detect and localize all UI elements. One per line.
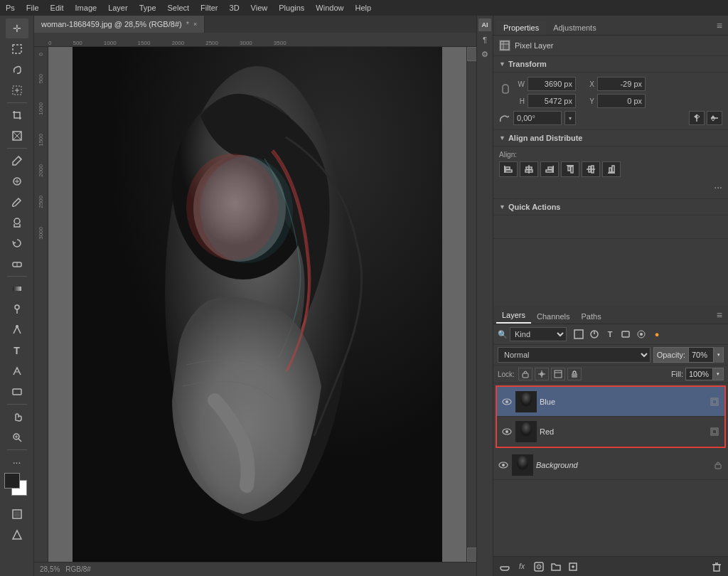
menu-layer[interactable]: Layer [108, 4, 128, 12]
scroll-down-button[interactable] [467, 548, 476, 562]
y-input[interactable] [597, 94, 646, 108]
ai-tool-2[interactable]: ⚙ [479, 48, 491, 60]
pen-tool-button[interactable] [6, 320, 28, 340]
eyedropper-tool-button[interactable] [6, 151, 28, 171]
filter-pixel-button[interactable] [572, 327, 586, 341]
frame-tool-button[interactable] [6, 126, 28, 146]
align-center-v-button[interactable] [582, 161, 600, 177]
link-proportions-icon[interactable] [499, 82, 512, 103]
menu-image[interactable]: Image [75, 4, 97, 12]
foreground-color[interactable] [4, 473, 20, 489]
ai-button[interactable]: AI [478, 18, 491, 31]
screen-mode-button[interactable] [6, 504, 28, 524]
document-tab[interactable]: woman-1868459.jpg @ 28,5% (RGB/8#) * × [34, 16, 205, 33]
canvas-viewport[interactable] [48, 47, 466, 562]
path-select-button[interactable] [6, 361, 28, 381]
layer-visibility-red[interactable] [501, 426, 513, 437]
fill-dropdown-button[interactable]: ▾ [713, 368, 723, 380]
filter-adjustment-button[interactable] [587, 327, 601, 341]
ai-tool-1[interactable]: ¶ [479, 34, 491, 46]
more-tools-button[interactable]: ··· [6, 452, 28, 472]
hand-tool-button[interactable] [6, 407, 28, 427]
menu-view[interactable]: View [251, 4, 268, 12]
height-input[interactable] [528, 94, 576, 108]
align-top-button[interactable] [561, 161, 579, 177]
lock-artboard-button[interactable] [551, 368, 565, 380]
flip-vertical-button[interactable] [707, 111, 722, 125]
canvas-scroll-right[interactable] [466, 47, 476, 562]
scroll-up-button[interactable] [467, 47, 476, 61]
angle-input[interactable] [513, 111, 562, 125]
filter-smartobj-button[interactable] [634, 327, 648, 341]
filter-type-button[interactable]: T [603, 327, 617, 341]
healing-tool-button[interactable] [6, 171, 28, 191]
lock-all-button[interactable] [567, 368, 582, 380]
align-header[interactable]: ▼ Align and Distribute [493, 130, 728, 146]
lock-position-button[interactable] [535, 368, 549, 380]
menu-edit[interactable]: Edit [50, 4, 64, 12]
close-tab-button[interactable]: × [193, 21, 197, 28]
crop-tool-button[interactable] [6, 105, 28, 125]
delete-layer-button[interactable] [710, 560, 724, 574]
tab-properties[interactable]: Properties [496, 21, 546, 35]
properties-menu-icon[interactable]: ≡ [714, 20, 725, 31]
gradient-tool-button[interactable] [6, 279, 28, 299]
tab-channels[interactable]: Channels [531, 309, 575, 324]
zoom-tool-button[interactable] [6, 427, 28, 447]
menu-ps[interactable]: Ps [6, 4, 15, 12]
align-right-button[interactable] [540, 161, 559, 177]
lasso-tool-button[interactable] [6, 60, 28, 80]
menu-3d[interactable]: 3D [230, 4, 240, 12]
shape-tool-button[interactable] [6, 382, 28, 402]
filter-shape-button[interactable] [619, 327, 633, 341]
menu-filter[interactable]: Filter [200, 4, 218, 12]
eraser-tool-button[interactable] [6, 254, 28, 274]
add-effect-button[interactable]: fx [515, 560, 529, 574]
stamp-tool-button[interactable] [6, 213, 28, 233]
new-group-button[interactable] [549, 560, 563, 574]
transform-header[interactable]: ▼ Transform [493, 56, 728, 73]
align-center-h-button[interactable] [520, 161, 538, 177]
layers-menu-icon[interactable]: ≡ [714, 309, 725, 321]
dodge-tool-button[interactable] [6, 299, 28, 319]
move-tool-button[interactable]: ✛ [6, 18, 28, 38]
menu-file[interactable]: File [26, 4, 39, 12]
new-layer-button[interactable] [566, 560, 580, 574]
object-select-button[interactable] [6, 80, 28, 100]
menu-window[interactable]: Window [316, 4, 343, 12]
brush-tool-button[interactable] [6, 192, 28, 212]
type-tool-button[interactable]: T [6, 341, 28, 361]
menu-help[interactable]: Help [355, 4, 371, 12]
tab-paths[interactable]: Paths [576, 309, 607, 324]
add-mask-button[interactable] [532, 560, 546, 574]
marquee-tool-button[interactable] [6, 39, 28, 59]
align-left-button[interactable] [499, 161, 518, 177]
align-bottom-button[interactable] [602, 161, 621, 177]
layer-kind-dropdown[interactable]: Kind [510, 327, 567, 341]
more-distribute-button[interactable]: ··· [499, 180, 722, 194]
filter-active-button[interactable]: ● [650, 327, 664, 341]
fill-value[interactable]: 100% [686, 368, 713, 380]
extra-button[interactable] [6, 525, 28, 545]
opacity-value[interactable]: 70% [688, 348, 713, 362]
opacity-dropdown-button[interactable]: ▾ [713, 347, 723, 363]
x-input[interactable] [597, 77, 646, 91]
link-layers-button[interactable] [498, 560, 512, 574]
lock-pixels-button[interactable] [518, 368, 532, 380]
color-swatch[interactable] [4, 473, 30, 498]
angle-dropdown[interactable]: ▾ [564, 111, 576, 125]
layer-item-blue[interactable]: Blue [497, 387, 724, 417]
width-input[interactable] [528, 77, 576, 91]
tab-layers[interactable]: Layers [496, 308, 531, 324]
menu-type[interactable]: Type [139, 4, 156, 12]
history-tool-button[interactable] [6, 233, 28, 253]
menu-select[interactable]: Select [168, 4, 190, 12]
layer-item-red[interactable]: Red [497, 417, 724, 447]
layer-item-background[interactable]: Background [493, 450, 728, 480]
quick-actions-header[interactable]: ▼ Quick Actions [493, 199, 728, 215]
layer-visibility-background[interactable] [498, 459, 509, 471]
menu-plugins[interactable]: Plugins [279, 4, 304, 12]
tab-adjustments[interactable]: Adjustments [546, 21, 604, 35]
layer-visibility-blue[interactable] [501, 396, 513, 407]
flip-horizontal-button[interactable] [689, 111, 705, 125]
